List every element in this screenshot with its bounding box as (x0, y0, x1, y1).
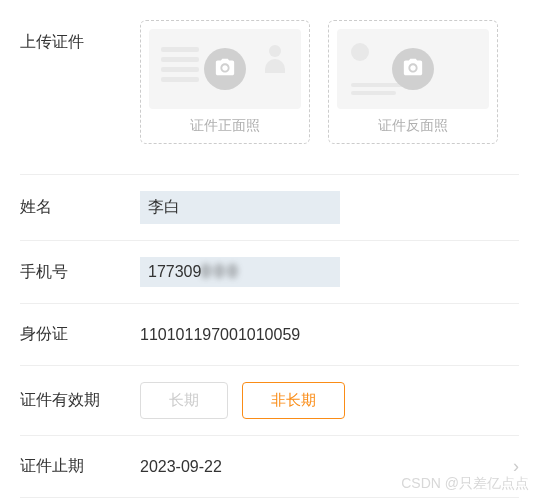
validity-option-long[interactable]: 长期 (140, 382, 228, 419)
phone-input[interactable]: 1773090 0 0 (140, 257, 340, 287)
upload-label: 上传证件 (20, 20, 140, 53)
id-number-label: 身份证 (20, 324, 140, 345)
expire-row[interactable]: 证件止期 2023-09-22 › (20, 436, 519, 498)
camera-icon (402, 56, 424, 82)
validity-option-not-long[interactable]: 非长期 (242, 382, 345, 419)
expire-label: 证件止期 (20, 456, 140, 477)
phone-label: 手机号 (20, 262, 140, 283)
upload-front-caption: 证件正面照 (149, 117, 301, 135)
upload-front-button[interactable]: 证件正面照 (140, 20, 310, 144)
upload-back-caption: 证件反面照 (337, 117, 489, 135)
expire-value: 2023-09-22 (140, 458, 513, 476)
camera-icon (214, 56, 236, 82)
name-label: 姓名 (20, 197, 140, 218)
name-input[interactable]: 李白 (140, 191, 340, 224)
upload-back-button[interactable]: 证件反面照 (328, 20, 498, 144)
validity-label: 证件有效期 (20, 390, 140, 411)
id-number-value: 110101197001010059 (140, 326, 519, 344)
chevron-right-icon: › (513, 456, 519, 477)
